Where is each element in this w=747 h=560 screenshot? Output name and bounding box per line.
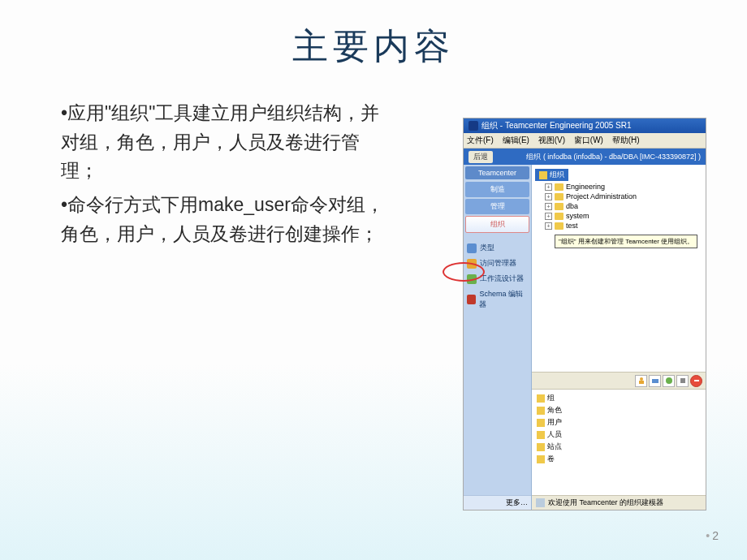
cat-person[interactable]: 人员 <box>547 429 562 440</box>
org-tree[interactable]: 组织 +Engineering +Project Administration … <box>532 165 706 372</box>
menu-window[interactable]: 窗口(W) <box>574 136 603 144</box>
folder-icon <box>555 222 563 230</box>
menu-view[interactable]: 视图(V) <box>538 136 565 144</box>
site-icon <box>537 443 545 451</box>
sidebar-btn-make[interactable]: 制造 <box>465 182 529 197</box>
folder-icon <box>555 203 563 210</box>
tree-node-test[interactable]: test <box>566 222 578 230</box>
status-icon <box>536 498 545 507</box>
expand-icon[interactable]: + <box>545 203 552 210</box>
svg-rect-2 <box>652 379 658 383</box>
expand-icon[interactable]: + <box>545 222 552 230</box>
page-number: • 2 <box>706 529 719 542</box>
sidebar-more[interactable]: 更多… <box>464 495 531 510</box>
sidebar: Teamcenter 制造 管理 组织 类型 访问管理器 工作流设计器 Sche… <box>464 165 532 510</box>
svg-point-3 <box>666 377 672 384</box>
back-button[interactable]: 后退 <box>468 151 493 163</box>
tool-role-icon[interactable] <box>663 375 675 387</box>
bullet-list: •应用"组织"工具建立用户组织结构，并对组，角色，用户，人员及卷进行管理； •命… <box>61 99 394 253</box>
sidebar-item-schema[interactable]: Schema 编辑器 <box>464 286 531 312</box>
volume-icon <box>537 455 545 463</box>
folder-icon <box>555 183 563 191</box>
sidebar-btn-manage[interactable]: 管理 <box>465 199 529 214</box>
folder-icon <box>555 213 563 220</box>
tree-node-dba[interactable]: dba <box>566 202 578 210</box>
highlight-ellipse <box>443 262 485 282</box>
tooltip: "组织" 用来创建和管理 Teamcenter 使用组织。 <box>555 235 697 248</box>
category-tree[interactable]: 组 角色 用户 人员 站点 卷 <box>532 390 706 495</box>
panel-toolbar <box>532 372 706 390</box>
menu-file[interactable]: 文件(F) <box>467 136 494 144</box>
group-icon <box>537 394 545 403</box>
sidebar-btn-organization[interactable]: 组织 <box>465 216 529 233</box>
bullet-dot-icon: • <box>706 529 710 542</box>
svg-rect-5 <box>694 380 699 381</box>
bullet-2: •命令行方式下用make_user命令对组，角色，用户，人员及卷进行创建操作； <box>61 191 394 248</box>
context-path: 组织 ( infodba (infodba) - dba/DBA [IMC-43… <box>526 152 701 162</box>
tool-site-icon[interactable] <box>676 375 689 387</box>
user-icon <box>537 419 545 427</box>
svg-point-0 <box>640 377 643 381</box>
menu-edit[interactable]: 编辑(E) <box>503 136 529 144</box>
cat-group[interactable]: 组 <box>547 393 555 403</box>
bullet-1: •应用"组织"工具建立用户组织结构，并对组，角色，用户，人员及卷进行管理； <box>61 99 394 186</box>
window-title: 组织 - Teamcenter Engineering 2005 SR1 <box>481 120 632 131</box>
status-text: 欢迎使用 Teamcenter 的组织建模器 <box>548 498 663 508</box>
tree-root[interactable]: 组织 <box>535 169 568 181</box>
status-bar: 欢迎使用 Teamcenter 的组织建模器 <box>532 495 706 510</box>
svg-rect-1 <box>639 381 644 384</box>
window-titlebar: 组织 - Teamcenter Engineering 2005 SR1 <box>464 118 706 133</box>
cat-user[interactable]: 用户 <box>547 417 562 428</box>
expand-icon[interactable]: + <box>545 193 552 200</box>
slide-title: 主要内容 <box>0 0 747 71</box>
tool-user-icon[interactable] <box>635 375 647 387</box>
org-root-icon <box>539 171 547 179</box>
expand-icon[interactable]: + <box>545 213 552 220</box>
role-icon <box>537 407 545 415</box>
tool-stop-icon[interactable] <box>690 375 702 387</box>
menu-bar[interactable]: 文件(F) 编辑(E) 视图(V) 窗口(W) 帮助(H) <box>464 133 706 149</box>
toolbar: 后退 组织 ( infodba (infodba) - dba/DBA [IMC… <box>464 149 706 165</box>
tool-group-icon[interactable] <box>649 375 661 387</box>
sidebar-item-type[interactable]: 类型 <box>464 240 531 256</box>
person-icon <box>537 431 545 439</box>
svg-rect-4 <box>680 378 685 383</box>
tree-node-projectadmin[interactable]: Project Administration <box>566 192 637 200</box>
schema-icon <box>467 295 476 304</box>
expand-icon[interactable]: + <box>545 183 552 191</box>
cat-volume[interactable]: 卷 <box>547 454 555 464</box>
type-icon <box>467 243 477 253</box>
folder-icon <box>555 193 563 200</box>
tree-node-engineering[interactable]: Engineering <box>566 183 605 191</box>
menu-help[interactable]: 帮助(H) <box>612 136 640 144</box>
app-icon <box>468 121 478 131</box>
cat-site[interactable]: 站点 <box>547 442 562 452</box>
app-screenshot: 组织 - Teamcenter Engineering 2005 SR1 文件(… <box>463 118 706 510</box>
cat-role[interactable]: 角色 <box>547 405 562 416</box>
tree-node-system[interactable]: system <box>566 212 589 220</box>
sidebar-header[interactable]: Teamcenter <box>465 166 529 179</box>
